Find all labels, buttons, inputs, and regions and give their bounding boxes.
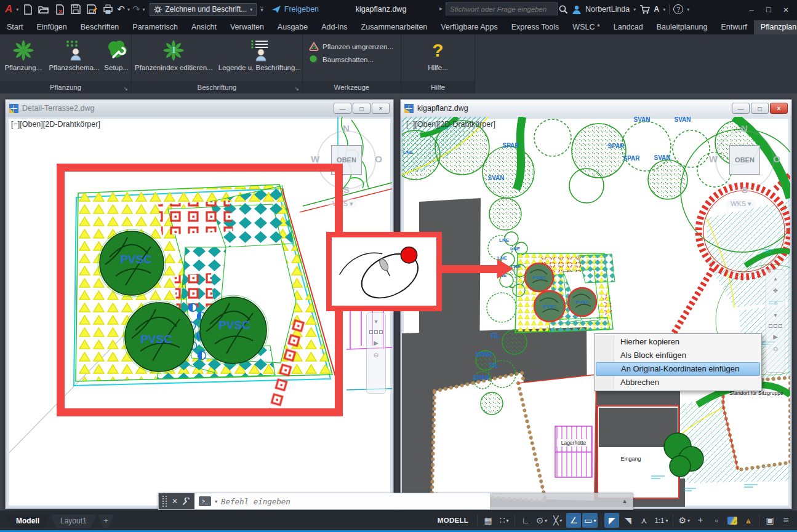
baumschatten-button[interactable]: Baumschatten... (309, 55, 393, 64)
cart-icon[interactable] (639, 5, 650, 14)
child-close-button[interactable]: × (770, 103, 788, 114)
viewport-controls[interactable]: [−][Oben][2D-Drahtkörper] (11, 120, 100, 129)
command-prompt-icon[interactable]: >_ (199, 496, 211, 506)
help-icon[interactable]: ? (673, 4, 683, 14)
tab-bauleitplanung[interactable]: Bauleitplanung (650, 20, 715, 34)
help-arrow-icon[interactable]: ▾ (687, 7, 689, 12)
window-title-bar[interactable]: Detail-Terrasse2.dwg — □ × (6, 100, 393, 117)
workspace-switching-gear-icon[interactable]: ⚙▾ (676, 513, 692, 528)
pflanzenindex-button[interactable]: I Pfanzenindex editieren... (132, 37, 216, 73)
object-snap-tracking-toggle[interactable]: ∠ (566, 513, 581, 528)
object-snap-toggle[interactable]: ▭▾ (582, 513, 598, 528)
tab-start[interactable]: Start (0, 20, 30, 34)
user-arrow-icon[interactable]: ▾ (633, 7, 636, 12)
layout-tab-layout1[interactable]: Layout1 (50, 515, 97, 528)
drawing-canvas-right[interactable]: [−][Oben][2D-Drahtkörper] (402, 117, 790, 507)
layout-tab-modell[interactable]: Modell (6, 515, 49, 528)
command-history-arrow-icon[interactable]: ▾ (215, 499, 217, 504)
menu-item-abbrechen[interactable]: Abbrechen (596, 376, 760, 389)
app-menu-button[interactable]: A (4, 3, 14, 15)
new-file-icon[interactable] (21, 2, 34, 16)
setup-button[interactable]: Setup... (102, 37, 131, 73)
viewport-controls[interactable]: [−][Oben][2D-Drahtkörper] (406, 120, 495, 129)
snap-toggle[interactable]: ∷▾ (497, 513, 511, 528)
ortho-toggle[interactable]: ∟ (518, 513, 533, 528)
pflanzschema-button[interactable]: Pflanzschema... (48, 37, 101, 73)
tab-parametrisch[interactable]: Parametrisch (126, 20, 185, 34)
nav-minus-icon[interactable]: ⊖ (374, 352, 378, 359)
nav-play-icon[interactable]: ▶ (374, 339, 378, 346)
save-icon[interactable] (69, 2, 82, 16)
close-file-icon[interactable] (53, 2, 66, 16)
app-menu-arrow-icon[interactable]: ▾ (16, 7, 18, 12)
drag-grip-icon[interactable] (162, 496, 167, 507)
menu-item-an-original-koordinaten[interactable]: An Original-Koordinaten einfügen (596, 362, 760, 376)
panel-launcher-icon[interactable]: ↘ (123, 85, 128, 92)
polar-tracking-toggle[interactable]: ⊙▾ (534, 513, 549, 528)
autodesk-app-arrow-icon[interactable]: ▾ (663, 7, 665, 12)
hilfe-button[interactable]: ? Hilfe... (417, 37, 460, 73)
tab-ansicht[interactable]: Ansicht (185, 20, 223, 34)
undo-button[interactable]: ↶ (117, 4, 125, 15)
graphics-performance-toggle[interactable]: ✓ (725, 513, 740, 528)
warning-icon[interactable]: ▲! (741, 513, 756, 528)
wks-menu[interactable]: WKS ▾ (726, 199, 756, 208)
tab-pflanzplan[interactable]: Pflanzplan (754, 20, 797, 34)
search-field[interactable] (446, 2, 558, 15)
search-input[interactable] (450, 6, 553, 13)
tab-beschriften[interactable]: Beschriften (74, 20, 126, 34)
nav-chevron-icon[interactable]: ▾ (374, 318, 377, 325)
child-restore-button[interactable]: □ (353, 103, 370, 114)
child-minimize-button[interactable]: — (732, 103, 750, 114)
nav-pan-icon[interactable]: ✥ (773, 287, 778, 294)
tab-express-tools[interactable]: Express Tools (505, 20, 566, 34)
autosnap-marker-toggle[interactable]: ◤ (604, 513, 619, 528)
model-space-toggle[interactable]: MODELL (432, 513, 474, 528)
isolate-objects-toggle[interactable]: ▫ (709, 513, 724, 528)
qat-collapse-icon[interactable]: ▾ (260, 7, 263, 12)
tab-einfuegen[interactable]: Einfügen (30, 20, 73, 34)
plot-printer-icon[interactable] (101, 2, 114, 16)
search-expand-icon[interactable]: ▸ (439, 5, 443, 12)
child-close-button[interactable]: × (372, 103, 390, 114)
navigation-bar[interactable]: ▴ ✥ ○ ▾ ▶ ⊖ (766, 269, 785, 373)
tab-zusammenarbeiten[interactable]: Zusammenarbeiten (354, 20, 435, 34)
nav-play-icon[interactable]: ▶ (773, 333, 778, 340)
annotation-visibility-toggle[interactable]: ⋏ (636, 513, 651, 528)
viewcube-top-face[interactable]: OBEN (729, 145, 760, 175)
customization-plus-icon[interactable]: ＋ (693, 513, 708, 528)
tab-verwalten[interactable]: Verwalten (223, 20, 271, 34)
menu-item-hierher-kopieren[interactable]: Hierher kopieren (596, 335, 760, 349)
command-expand-icon[interactable]: ▲ (622, 498, 628, 504)
pasted-plan[interactable]: PVSC PVSC PVSC (515, 253, 615, 333)
drawing-canvas-left[interactable]: [−][Oben][2D-Drahtkörper] (7, 117, 392, 507)
workspace-selector[interactable]: Zeichnen und Beschrift... ▾ (150, 3, 257, 16)
panel-launcher-icon[interactable]: ↘ (294, 85, 299, 92)
child-minimize-button[interactable]: — (334, 103, 351, 114)
isometric-toggle[interactable]: ╳▾ (550, 513, 565, 528)
grid-toggle[interactable]: ▦ (481, 513, 495, 528)
nav-squares-icon[interactable] (369, 330, 383, 334)
snap-marker-toggle[interactable]: ◥ (620, 513, 635, 528)
nav-chevron-icon[interactable]: ▾ (774, 312, 777, 319)
tab-verfuegbare-apps[interactable]: Verfügbare Apps (434, 20, 504, 34)
wrench-icon[interactable] (182, 498, 190, 506)
command-line-handle[interactable]: ✕ (159, 493, 194, 509)
maximize-button[interactable]: □ (760, 5, 777, 14)
menu-item-als-block-einfuegen[interactable]: Als Block einfügen (596, 349, 760, 362)
legende-button[interactable]: Legende u. Beschriftung... (217, 37, 302, 73)
viewcube[interactable]: N W O S OBEN WKS ▾ (708, 124, 782, 216)
nav-chevron-icon[interactable]: ▴ (774, 275, 777, 282)
search-icon[interactable] (559, 5, 568, 14)
customization-menu-icon[interactable]: ≡ (779, 513, 793, 528)
navigation-bar[interactable]: ▾ ▶ ⊖ (366, 312, 386, 394)
command-input[interactable] (221, 497, 486, 506)
redo-button[interactable]: ↷ (132, 4, 140, 15)
pflanzen-umgrenzen-button[interactable]: Pflanzen umgrenzen... (309, 42, 393, 51)
redo-arrow-icon[interactable]: ▾ (142, 7, 145, 12)
command-input-area[interactable]: >_ ▾ (194, 493, 490, 509)
tab-wslc[interactable]: WSLC * (566, 20, 606, 34)
pflanzung-button[interactable]: Pflanzung... (0, 37, 47, 73)
annotation-scale-control[interactable]: 1:1▾ (652, 513, 670, 528)
minimize-button[interactable]: – (743, 5, 760, 14)
